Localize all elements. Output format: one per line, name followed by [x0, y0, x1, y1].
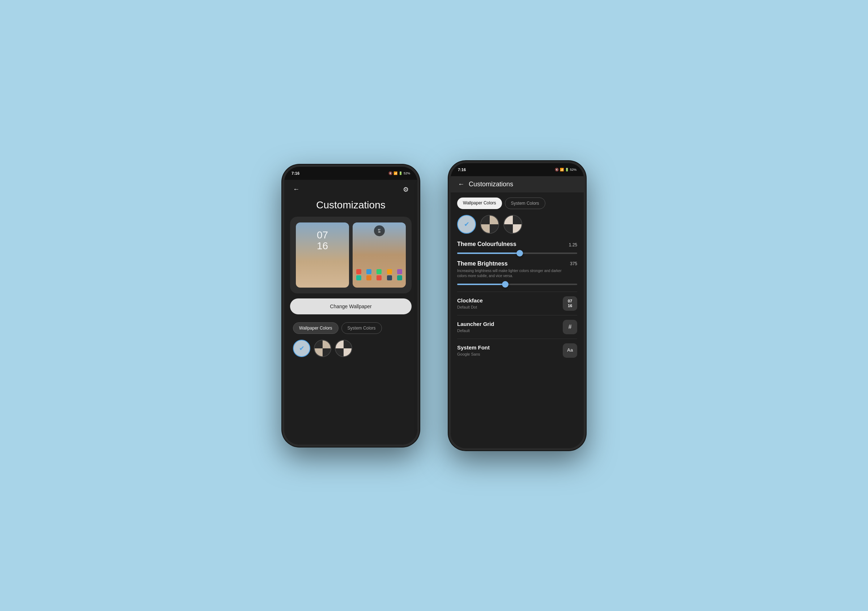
lock-screen-time: 0716 — [317, 230, 328, 252]
scene: 7:16 🔇 📶 🔋 52% ← ⚙ Customizations 0716 0… — [282, 161, 586, 450]
change-wallpaper-button[interactable]: Change Wallpaper — [290, 298, 412, 314]
launcher-grid-row[interactable]: Launcher Grid Default # — [457, 315, 577, 339]
app-icon-9 — [387, 275, 392, 281]
system-font-text: System Font Google Sans — [457, 344, 563, 356]
clockface-icon: 0716 — [563, 296, 577, 311]
clockface-sub: Default Dot — [457, 305, 563, 309]
launcher-grid-label: Launcher Grid — [457, 321, 563, 327]
app-icon-3 — [377, 269, 381, 274]
phone2-swatch-1[interactable]: ✔ — [457, 215, 476, 234]
phone1-title: Customizations — [284, 197, 417, 217]
wallpaper-preview-container: 0716 0716 — [290, 217, 412, 293]
phone1-time: 7:16 — [291, 171, 299, 175]
theme-colourfulness-thumb[interactable] — [516, 250, 523, 256]
app-icon-1 — [356, 269, 361, 274]
theme-brightness-fill — [457, 284, 505, 285]
home-apps-grid — [354, 269, 405, 281]
phone2-content: Wallpaper Colors System Colors ✔ — [451, 192, 584, 448]
theme-brightness-thumb[interactable] — [502, 281, 508, 288]
phone1-tab-system-colors[interactable]: System Colors — [341, 322, 382, 334]
theme-colourfulness-slider[interactable] — [457, 253, 577, 254]
launcher-grid-sub: Default — [457, 329, 563, 333]
phone2-tab-container: Wallpaper Colors System Colors — [457, 197, 577, 209]
phone2-title: Customizations — [469, 180, 513, 188]
app-icon-4 — [387, 269, 392, 274]
system-font-sub: Google Sans — [457, 352, 563, 356]
phone1-tab-wallpaper-colors[interactable]: Wallpaper Colors — [293, 322, 338, 334]
clockface-row[interactable]: Clockface Default Dot 0716 — [457, 292, 577, 315]
phone1-back-button[interactable]: ← — [293, 186, 299, 193]
phone2-swatch-1-check: ✔ — [458, 216, 475, 233]
phone1-header: ← ⚙ — [284, 180, 417, 197]
app-icon-7 — [366, 275, 371, 281]
phone-1: 7:16 🔇 📶 🔋 52% ← ⚙ Customizations 0716 0… — [282, 164, 420, 447]
launcher-grid-icon: # — [563, 320, 577, 334]
theme-colourfulness-label: Theme Colourfulness — [457, 241, 516, 247]
phone2-color-swatches: ✔ — [457, 215, 577, 234]
theme-colourfulness-container: Theme Colourfulness 1.25 — [457, 241, 577, 254]
wallpaper-home-preview: 0716 — [353, 222, 406, 288]
home-clock-widget: 0716 — [374, 225, 385, 236]
theme-colourfulness-fill — [457, 253, 520, 254]
clockface-text: Clockface Default Dot — [457, 297, 563, 309]
launcher-grid-text: Launcher Grid Default — [457, 321, 563, 333]
phone1-content: ← ⚙ Customizations 0716 0716 — [284, 180, 417, 445]
phone1-color-swatches: ✔ — [284, 337, 417, 360]
theme-brightness-slider[interactable] — [457, 284, 577, 285]
system-font-label: System Font — [457, 344, 563, 350]
phone2-header: ← Customizations — [451, 176, 584, 192]
phone-2: 7:16 🔇 📶 🔋 52% ← Customizations Wallpape… — [448, 161, 586, 450]
theme-brightness-value: 375 — [570, 261, 577, 266]
phone1-swatch-1-check: ✔ — [294, 340, 310, 356]
phone2-tab-wallpaper-colors[interactable]: Wallpaper Colors — [457, 197, 502, 209]
grid-icon: # — [569, 324, 572, 330]
phone2-status-icons: 🔇 📶 🔋 52% — [555, 168, 577, 172]
app-icon-6 — [356, 275, 361, 281]
phone1-tab-container: Wallpaper Colors System Colors — [284, 322, 417, 334]
system-font-icon: Aa — [563, 343, 577, 358]
app-icon-10 — [397, 275, 402, 281]
phone2-back-button[interactable]: ← — [458, 180, 464, 188]
app-icon-2 — [366, 269, 371, 274]
clockface-label: Clockface — [457, 297, 563, 304]
phone1-swatch-2[interactable] — [314, 340, 331, 357]
phone2-swatch-3[interactable] — [504, 215, 522, 234]
app-icon-5 — [397, 269, 402, 274]
phone1-swatch-1[interactable]: ✔ — [293, 340, 310, 357]
wallpaper-lock-preview: 0716 — [296, 222, 349, 288]
theme-brightness-container: Theme Brightness Increasing brightness w… — [457, 261, 577, 285]
phone2-tab-system-colors[interactable]: System Colors — [505, 197, 546, 209]
phone1-status-icons: 🔇 📶 🔋 52% — [388, 172, 410, 175]
app-icon-8 — [377, 275, 381, 281]
system-font-row[interactable]: System Font Google Sans Aa — [457, 339, 577, 362]
phone2-swatch-2[interactable] — [480, 215, 499, 234]
phone1-swatch-3[interactable] — [335, 340, 352, 357]
theme-brightness-desc: Increasing brightness will make lighter … — [457, 268, 567, 279]
theme-colourfulness-value: 1.25 — [569, 242, 577, 247]
theme-brightness-label: Theme Brightness — [457, 261, 508, 267]
phone1-status-bar: 7:16 🔇 📶 🔋 52% — [284, 167, 417, 180]
phone1-settings-icon[interactable]: ⚙ — [403, 186, 409, 194]
phone2-status-bar: 7:16 🔇 📶 🔋 52% — [451, 163, 584, 176]
phone2-time: 7:16 — [458, 167, 466, 172]
